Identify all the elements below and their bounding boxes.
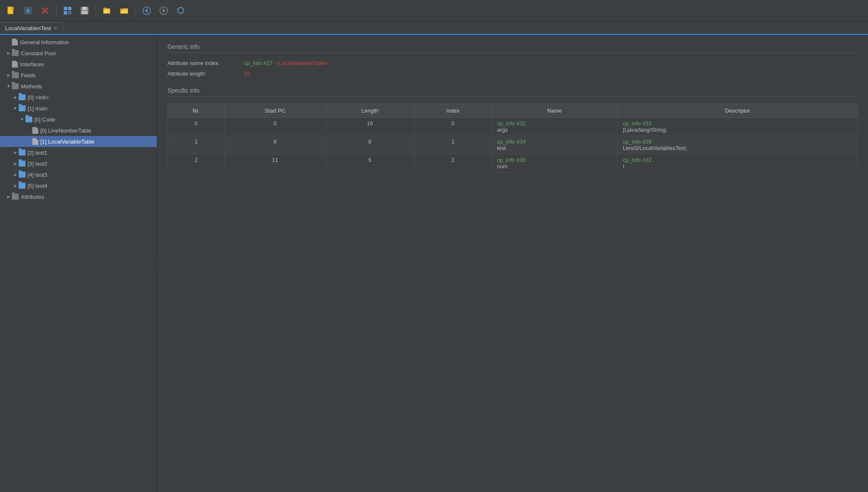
sidebar-item-init[interactable]: ▶ [0] <init>	[0, 92, 157, 103]
cell-descriptor-0: cp_info #33 [Ljava/lang/String;	[618, 118, 858, 136]
svg-rect-11	[82, 7, 87, 10]
sidebar-item-main[interactable]: ▼ [1] main	[0, 103, 157, 114]
arrow-constant-pool: ▶	[5, 50, 12, 57]
col-descriptor: Descriptor	[618, 104, 858, 118]
sidebar-item-test3[interactable]: ▶ [4] test3	[0, 169, 157, 180]
cell-descriptor-2: cp_info #22 I	[618, 154, 858, 172]
name-link-2[interactable]: cp_info #35	[497, 157, 525, 163]
arrow-test2: ▶	[12, 160, 19, 167]
sidebar-item-label-general-information: General Information	[20, 39, 69, 45]
name-link-0[interactable]: cp_info #32	[497, 120, 525, 127]
sidebar-item-attributes[interactable]: ▶ Attributes	[0, 191, 157, 202]
arrow-init: ▶	[12, 94, 19, 101]
descriptor-text-0: [Ljava/lang/String;	[623, 127, 852, 133]
sidebar: ▶ General Information ▶ Constant Pool ▶ …	[0, 35, 157, 492]
file-icon-general	[12, 39, 18, 45]
open-button[interactable]	[99, 3, 115, 18]
back-button[interactable]	[20, 3, 36, 18]
attribute-name-link[interactable]: cp_info #27	[244, 60, 272, 66]
sidebar-item-interfaces[interactable]: ▶ Interfaces	[0, 59, 157, 70]
refresh-button[interactable]	[173, 3, 188, 18]
folder-icon-test2	[19, 161, 26, 167]
structure-button[interactable]	[60, 3, 75, 18]
sidebar-item-label-linenumbertable: [0] LineNumberTable	[40, 127, 91, 134]
close-file-button[interactable]	[37, 3, 53, 18]
generic-info-title: Generic info	[167, 43, 858, 53]
table-row: 2 11 5 2 cp_info #35 num cp_info #22 I	[168, 154, 858, 172]
cell-index-1: 1	[414, 136, 491, 154]
cell-nr-0: 0	[168, 118, 225, 136]
sidebar-item-label-init: [0] <init>	[28, 94, 49, 101]
sidebar-item-label-code: [0] Code	[34, 116, 55, 123]
open-folder-button[interactable]	[116, 3, 132, 18]
toolbar	[0, 0, 868, 21]
tabs-bar: LocalVariablesTest ✕	[0, 21, 868, 35]
sidebar-item-linenumbertable[interactable]: ▶ [0] LineNumberTable	[0, 125, 157, 136]
separator-3	[135, 5, 136, 16]
folder-icon-test4	[19, 183, 26, 189]
svg-rect-17	[120, 8, 123, 10]
sidebar-item-localvariabletable[interactable]: ▶ [1] LocalVariableTable	[0, 136, 157, 147]
svg-rect-0	[8, 7, 13, 14]
new-file-button[interactable]	[3, 3, 19, 18]
name-text-2: num	[497, 163, 612, 170]
sidebar-item-fields[interactable]: ▶ Fields	[0, 70, 157, 81]
sidebar-item-constant-pool[interactable]: ▶ Constant Pool	[0, 48, 157, 59]
sidebar-item-label-main: [1] main	[28, 105, 47, 112]
svg-rect-9	[68, 11, 71, 14]
svg-rect-7	[68, 7, 71, 10]
attribute-name-row: Attribute name index: cp_info #27 <Local…	[167, 60, 858, 66]
sidebar-item-test1[interactable]: ▶ [2] test1	[0, 147, 157, 158]
attribute-name-label: Attribute name index:	[167, 60, 244, 66]
sidebar-item-label-test3: [4] test3	[28, 172, 47, 178]
name-link-1[interactable]: cp_info #34	[497, 139, 525, 145]
descriptor-link-2[interactable]: cp_info #22	[623, 157, 651, 163]
sidebar-item-code[interactable]: ▼ [0] Code	[0, 114, 157, 125]
svg-marker-20	[145, 8, 148, 13]
tab-localvariablestest[interactable]: LocalVariablesTest ✕	[0, 22, 63, 34]
name-text-1: test	[497, 145, 612, 151]
descriptor-text-1: Ltest3/LocalVariablesTest;	[623, 145, 852, 151]
sidebar-item-label-fields: Fields	[21, 72, 36, 79]
table-header-row: Nr. Start PC Length Index Name Descripto…	[168, 104, 858, 118]
col-start-pc: Start PC	[224, 104, 326, 118]
arrow-test1: ▶	[12, 149, 19, 156]
svg-rect-14	[103, 8, 107, 9]
name-text-0: args	[497, 127, 612, 133]
generic-info-section: Generic info Attribute name index: cp_in…	[167, 43, 858, 77]
descriptor-link-1[interactable]: cp_info #29	[623, 139, 651, 145]
attribute-length-row: Attribute length: 32	[167, 71, 858, 77]
sidebar-item-methods[interactable]: ▼ Methods	[0, 81, 157, 92]
specific-info-title: Specific info	[167, 87, 858, 97]
navigate-forward-button[interactable]	[156, 3, 171, 18]
sidebar-item-test2[interactable]: ▶ [3] test2	[0, 158, 157, 169]
folder-icon-methods	[12, 83, 19, 89]
svg-marker-22	[163, 8, 165, 13]
sidebar-item-label-attributes: Attributes	[21, 194, 44, 200]
cell-nr-2: 2	[168, 154, 225, 172]
attribute-length-value: 32	[244, 71, 250, 77]
cell-length-1: 8	[326, 136, 414, 154]
save-button[interactable]	[77, 3, 92, 18]
arrow-test3: ▶	[12, 171, 19, 178]
sidebar-item-test4[interactable]: ▶ [5] test4	[0, 180, 157, 191]
arrow-fields: ▶	[5, 72, 12, 79]
specific-info-section: Specific info Nr. Start PC Length Index …	[167, 87, 858, 172]
sidebar-resize-handle[interactable]: ⋮	[147, 260, 157, 268]
cell-name-2: cp_info #35 num	[492, 154, 618, 172]
folder-icon-main	[19, 105, 26, 111]
file-icon-linenumbertable	[32, 127, 38, 134]
file-icon-localvariabletable	[32, 138, 38, 145]
table-row: 0 0 16 0 cp_info #32 args cp_info #33 [L…	[168, 118, 858, 136]
descriptor-link-0[interactable]: cp_info #33	[623, 120, 651, 127]
navigate-back-button[interactable]	[139, 3, 154, 18]
sidebar-item-general-information[interactable]: ▶ General Information	[0, 37, 157, 48]
tab-close-button[interactable]: ✕	[54, 26, 57, 31]
sidebar-item-label-localvariabletable: [1] LocalVariableTable	[40, 139, 94, 145]
content-area: Generic info Attribute name index: cp_in…	[157, 35, 868, 492]
cell-length-2: 5	[326, 154, 414, 172]
cell-name-1: cp_info #34 test	[492, 136, 618, 154]
separator-1	[56, 5, 57, 16]
folder-icon-fields	[12, 72, 19, 78]
sidebar-item-label-interfaces: Interfaces	[20, 61, 44, 68]
